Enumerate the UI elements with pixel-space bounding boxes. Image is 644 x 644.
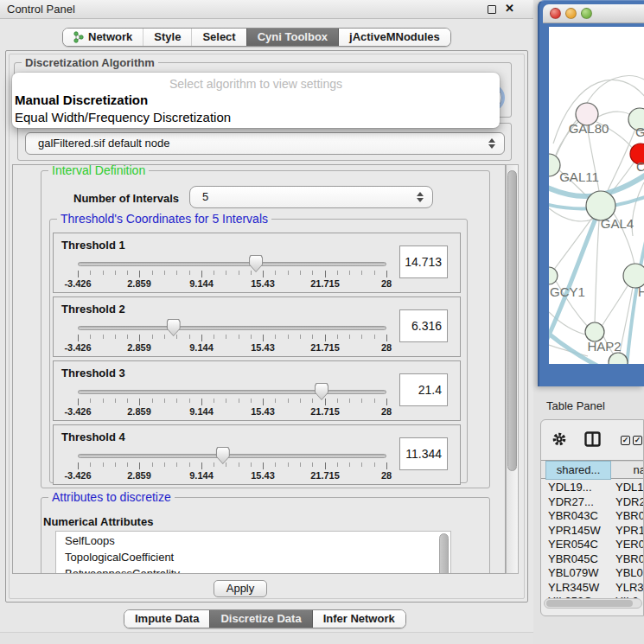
cell[interactable]: YBR045C — [548, 552, 598, 567]
tick-label: 9.144 — [189, 406, 214, 417]
tick-label: 28 — [381, 278, 392, 289]
option-equal-width-frequency[interactable]: Equal Width/Frequency Discretization — [12, 108, 500, 125]
table-row[interactable]: YDL19...YDL1 — [541, 481, 643, 495]
tick-label: 21.715 — [310, 342, 340, 353]
threshold-2-slider-track[interactable] — [78, 326, 386, 330]
bottom-tabbar: Impute Data Discretize Data Infer Networ… — [124, 609, 406, 628]
tab-infer-network[interactable]: Infer Network — [312, 610, 405, 628]
stepper-arrows-icon — [488, 138, 495, 149]
float-window-icon[interactable] — [488, 5, 496, 14]
tab-select[interactable]: Select — [191, 29, 245, 46]
table-data-value: galFiltered.sif default node — [38, 133, 169, 154]
table-data-combobox[interactable]: galFiltered.sif default node — [25, 132, 505, 155]
table-row[interactable]: YBR045CYBR0 — [541, 552, 643, 567]
cell[interactable]: YBR043C — [548, 509, 598, 524]
scrollbar-thumb[interactable] — [507, 170, 517, 471]
cell[interactable]: YBR0 — [615, 552, 644, 567]
table-panel-title: Table Panel — [546, 399, 605, 412]
threshold-4-slider-thumb[interactable] — [216, 447, 230, 464]
cell[interactable]: YBR0 — [615, 509, 644, 524]
tick-label: 9.144 — [189, 278, 214, 289]
cell[interactable]: YDL1 — [615, 481, 644, 495]
table-row[interactable]: YPR145WYPR1 — [541, 524, 643, 539]
attributes-group: Attributes to discretize Numerical Attri… — [41, 497, 490, 574]
threshold-3-value-field[interactable]: 21.4 — [399, 373, 448, 406]
tab-cyni-toolbox-label: Cyni Toolbox — [258, 29, 328, 46]
network-view-window: GAL80 G C GAL11 GAL4 GCY1 H HAP2 — [538, 0, 644, 386]
option-manual-discretization[interactable]: Manual Discretization — [12, 91, 500, 108]
threshold-1-slider-thumb[interactable] — [249, 255, 263, 272]
list-item[interactable]: TopologicalCoefficient — [56, 548, 450, 564]
network-node-icon — [73, 31, 84, 43]
tab-style-label: Style — [154, 29, 181, 46]
cell[interactable]: YDR27... — [548, 495, 594, 510]
number-of-intervals-combobox[interactable]: 5 — [189, 186, 433, 208]
network-node[interactable] — [609, 353, 628, 364]
close-traffic-light-icon[interactable] — [550, 8, 561, 19]
interval-definition-label: Interval Definition — [48, 164, 149, 177]
tab-network[interactable]: Network — [63, 29, 143, 46]
close-icon[interactable]: ✕ — [505, 2, 514, 15]
cell[interactable]: YLR3 — [615, 581, 644, 596]
tab-jactivemnodules[interactable]: jActiveMNodules — [338, 29, 450, 46]
cell[interactable]: YPR145W — [548, 524, 601, 539]
cell[interactable]: YPR1 — [615, 524, 644, 539]
network-node-gal11[interactable] — [549, 154, 560, 176]
threshold-4-slider-track[interactable] — [78, 454, 386, 458]
cell[interactable]: YLR345W — [548, 581, 599, 596]
table-row[interactable]: YBR043CYBR0 — [541, 509, 643, 524]
column-header-name[interactable]: na — [611, 461, 644, 480]
apply-button[interactable]: Apply — [214, 580, 267, 597]
number-of-intervals-label: Number of Intervals — [73, 192, 179, 205]
threshold-1-value-field[interactable]: 14.713 — [399, 245, 448, 278]
tab-discretize-data[interactable]: Discretize Data — [209, 610, 311, 628]
select-all-checkbox-icon[interactable]: ✓ — [621, 436, 630, 445]
table-horizontal-scrollbar[interactable] — [544, 598, 642, 609]
numerical-attributes-list[interactable]: SelfLoops TopologicalCoefficient Between… — [55, 531, 451, 574]
cell[interactable]: YBL079W — [548, 566, 599, 581]
table-row[interactable]: YBL079WYBL0 — [541, 566, 643, 581]
threshold-2-value-field[interactable]: 6.316 — [399, 309, 448, 342]
node-label-partial: G — [635, 124, 644, 139]
table-row[interactable]: YLR345WYLR3 — [541, 581, 643, 596]
scrollbar-thumb[interactable] — [546, 600, 633, 607]
threshold-4-panel: Threshold 4 -3.426 2.859 9.144 15.43 21.… — [53, 424, 461, 485]
cell[interactable]: YDR2 — [615, 495, 644, 510]
tick-label: 15.43 — [251, 278, 275, 289]
select-all-checkbox-icon[interactable]: ✓ — [633, 436, 642, 445]
algorithm-dropdown-popup: Select algorithm to view settings Manual… — [12, 73, 500, 128]
cell[interactable]: YBL0 — [615, 566, 643, 581]
tab-style[interactable]: Style — [143, 29, 191, 46]
threshold-4-value-field[interactable]: 11.344 — [399, 437, 448, 470]
list-scrollbar[interactable] — [439, 533, 449, 574]
cell[interactable]: YDL19... — [548, 481, 592, 495]
tab-impute-data[interactable]: Impute Data — [124, 610, 209, 628]
table-row[interactable]: YER054CYER0 — [541, 538, 643, 552]
cell[interactable]: YER054C — [548, 538, 598, 552]
network-window-titlebar[interactable] — [543, 4, 644, 23]
tab-cyni-toolbox[interactable]: Cyni Toolbox — [246, 29, 338, 46]
tick-label: -3.426 — [64, 406, 91, 417]
threshold-2-slider-thumb[interactable] — [167, 319, 181, 336]
column-header-shared-name[interactable]: shared... — [545, 461, 611, 480]
threshold-3-panel: Threshold 3 -3.426 2.859 9.144 15.43 21.… — [53, 360, 461, 421]
zoom-traffic-light-icon[interactable] — [581, 8, 592, 19]
threshold-3-slider-track[interactable] — [78, 390, 386, 394]
table-row[interactable]: YDR27...YDR2 — [541, 495, 643, 510]
tick-label: 15.43 — [251, 342, 275, 353]
threshold-3-slider-thumb[interactable] — [315, 383, 328, 400]
right-panel: GAL80 G C GAL11 GAL4 GCY1 H HAP2 Table P… — [533, 0, 644, 644]
network-canvas[interactable]: GAL80 G C GAL11 GAL4 GCY1 H HAP2 — [549, 27, 644, 364]
footer-strip — [0, 632, 533, 644]
stepper-arrows-icon — [417, 192, 424, 202]
minimize-traffic-light-icon[interactable] — [565, 8, 577, 19]
network-graph[interactable]: GAL80 G C GAL11 GAL4 GCY1 H HAP2 — [549, 27, 644, 364]
tick-label: 21.715 — [310, 278, 340, 289]
list-item[interactable]: BetweennessCentrality — [56, 564, 450, 574]
cell[interactable]: YER0 — [615, 538, 644, 552]
threshold-1-slider-track[interactable] — [78, 262, 386, 266]
list-item[interactable]: SelfLoops — [56, 532, 450, 548]
settings-scrollbar[interactable] — [506, 164, 519, 574]
column-view-icon[interactable] — [584, 431, 601, 447]
gear-icon[interactable] — [552, 431, 567, 447]
